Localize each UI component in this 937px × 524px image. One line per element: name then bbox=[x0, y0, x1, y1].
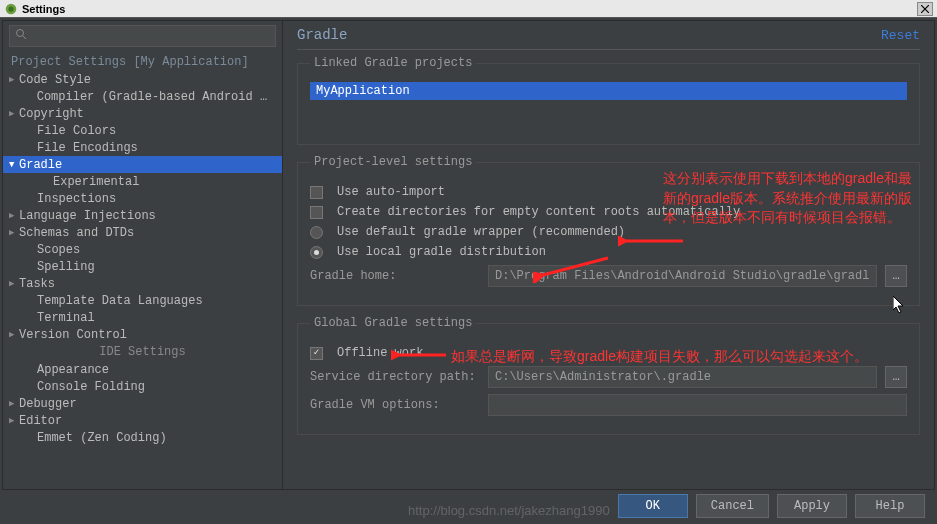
tree-item[interactable]: ▶Editor bbox=[3, 412, 282, 429]
tree-item[interactable]: Appearance bbox=[3, 361, 282, 378]
tree-item[interactable]: ▶Version Control bbox=[3, 326, 282, 343]
linked-projects-section: Linked Gradle projects MyApplication bbox=[297, 56, 920, 145]
expand-arrow-icon: ▶ bbox=[9, 329, 19, 340]
tree-item-label: Inspections bbox=[37, 192, 116, 206]
expand-arrow-icon: ▶ bbox=[9, 398, 19, 409]
gradle-home-label: Gradle home: bbox=[310, 269, 480, 283]
titlebar: Settings bbox=[0, 0, 937, 18]
local-distribution-label: Use local gradle distribution bbox=[337, 245, 546, 259]
create-dirs-checkbox[interactable] bbox=[310, 206, 323, 219]
service-dir-input[interactable] bbox=[488, 366, 877, 388]
sidebar: Project Settings [My Application] ▶Code … bbox=[3, 21, 283, 489]
expand-arrow-icon: ▶ bbox=[9, 415, 19, 426]
tree-item-label: Spelling bbox=[37, 260, 95, 274]
svg-line-3 bbox=[23, 36, 26, 39]
tree-item[interactable]: Console Folding bbox=[3, 378, 282, 395]
svg-point-1 bbox=[8, 6, 13, 11]
tree-item[interactable]: Scopes bbox=[3, 241, 282, 258]
tree-item-label: Tasks bbox=[19, 277, 55, 291]
global-settings-legend: Global Gradle settings bbox=[310, 316, 476, 330]
tree-item-label: Version Control bbox=[19, 328, 127, 342]
project-level-legend: Project-level settings bbox=[310, 155, 476, 169]
tree-item-label: Appearance bbox=[37, 363, 109, 377]
tree-item-label: Emmet (Zen Coding) bbox=[37, 431, 167, 445]
apply-button[interactable]: Apply bbox=[777, 494, 847, 518]
linked-project-item[interactable]: MyApplication bbox=[310, 82, 907, 100]
expand-arrow-icon: ▶ bbox=[9, 74, 19, 85]
tree-item[interactable]: ▶Debugger bbox=[3, 395, 282, 412]
tree-item-label: Schemas and DTDs bbox=[19, 226, 134, 240]
ok-button[interactable]: OK bbox=[618, 494, 688, 518]
vm-options-label: Gradle VM options: bbox=[310, 398, 480, 412]
tree-item[interactable]: Spelling bbox=[3, 258, 282, 275]
tree-item-label: Console Folding bbox=[37, 380, 145, 394]
tree-item[interactable]: ▶Language Injections bbox=[3, 207, 282, 224]
create-dirs-label: Create directories for empty content roo… bbox=[337, 205, 740, 219]
settings-tree: Project Settings [My Application] ▶Code … bbox=[3, 51, 282, 489]
tree-item-label: File Colors bbox=[37, 124, 116, 138]
search-input[interactable] bbox=[9, 25, 276, 47]
expand-arrow-icon: ▶ bbox=[9, 227, 19, 238]
vm-options-input[interactable] bbox=[488, 394, 907, 416]
project-settings-header: Project Settings [My Application] bbox=[3, 53, 282, 71]
expand-arrow-icon: ▶ bbox=[9, 210, 19, 221]
tree-item[interactable]: File Encodings bbox=[3, 139, 282, 156]
service-dir-label: Service directory path: bbox=[310, 370, 480, 384]
tree-item-label: Code Style bbox=[19, 73, 91, 87]
tree-item-label: Debugger bbox=[19, 397, 77, 411]
tree-item[interactable]: Experimental bbox=[3, 173, 282, 190]
local-distribution-radio[interactable] bbox=[310, 246, 323, 259]
tree-item-label: Language Injections bbox=[19, 209, 156, 223]
offline-work-checkbox[interactable] bbox=[310, 347, 323, 360]
tree-item[interactable]: Terminal bbox=[3, 309, 282, 326]
svg-point-2 bbox=[17, 30, 24, 37]
tree-item-label: File Encodings bbox=[37, 141, 138, 155]
default-wrapper-label: Use default gradle wrapper (recommended) bbox=[337, 225, 625, 239]
tree-item[interactable]: ▶Schemas and DTDs bbox=[3, 224, 282, 241]
window-title: Settings bbox=[22, 3, 65, 15]
service-dir-browse-button[interactable]: … bbox=[885, 366, 907, 388]
tree-item-label: Scopes bbox=[37, 243, 80, 257]
expand-arrow-icon: ▶ bbox=[9, 278, 19, 289]
tree-item[interactable]: Inspections bbox=[3, 190, 282, 207]
gradle-home-browse-button[interactable]: … bbox=[885, 265, 907, 287]
tree-item[interactable]: ▶Copyright bbox=[3, 105, 282, 122]
project-level-section: Project-level settings Use auto-import C… bbox=[297, 155, 920, 306]
gradle-home-input[interactable] bbox=[488, 265, 877, 287]
linked-projects-legend: Linked Gradle projects bbox=[310, 56, 476, 70]
auto-import-checkbox[interactable] bbox=[310, 186, 323, 199]
reset-link[interactable]: Reset bbox=[881, 28, 920, 43]
tree-item-label: Gradle bbox=[19, 158, 62, 172]
watermark: http://blog.csdn.net/jakezhang1990 bbox=[408, 503, 610, 518]
tree-item[interactable]: File Colors bbox=[3, 122, 282, 139]
tree-item-label: Template Data Languages bbox=[37, 294, 203, 308]
auto-import-label: Use auto-import bbox=[337, 185, 445, 199]
help-button[interactable]: Help bbox=[855, 494, 925, 518]
close-icon bbox=[921, 5, 929, 13]
tree-item[interactable]: Compiler (Gradle-based Android ... bbox=[3, 88, 282, 105]
search-icon bbox=[15, 28, 27, 44]
expand-arrow-icon: ▼ bbox=[9, 160, 19, 170]
expand-arrow-icon: ▶ bbox=[9, 108, 19, 119]
tree-item-label: Experimental bbox=[53, 175, 139, 189]
global-settings-section: Global Gradle settings Offline work Serv… bbox=[297, 316, 920, 435]
close-button[interactable] bbox=[917, 2, 933, 16]
tree-item-label: Compiler (Gradle-based Android ... bbox=[37, 90, 274, 104]
tree-item[interactable]: ▶Code Style bbox=[3, 71, 282, 88]
dialog-buttons: OK Cancel Apply Help bbox=[618, 494, 925, 518]
tree-item[interactable]: ▼Gradle bbox=[3, 156, 282, 173]
ide-settings-header: IDE Settings bbox=[3, 343, 282, 361]
offline-work-label: Offline work bbox=[337, 346, 423, 360]
tree-item-label: Terminal bbox=[37, 311, 95, 325]
page-title: Gradle bbox=[297, 27, 347, 43]
tree-item[interactable]: ▶Tasks bbox=[3, 275, 282, 292]
cancel-button[interactable]: Cancel bbox=[696, 494, 769, 518]
tree-item[interactable]: Template Data Languages bbox=[3, 292, 282, 309]
default-wrapper-radio[interactable] bbox=[310, 226, 323, 239]
app-icon bbox=[4, 2, 18, 16]
tree-item-label: Copyright bbox=[19, 107, 84, 121]
tree-item[interactable]: Emmet (Zen Coding) bbox=[3, 429, 282, 446]
main-panel: Gradle Reset Linked Gradle projects MyAp… bbox=[283, 21, 934, 489]
tree-item-label: Editor bbox=[19, 414, 62, 428]
